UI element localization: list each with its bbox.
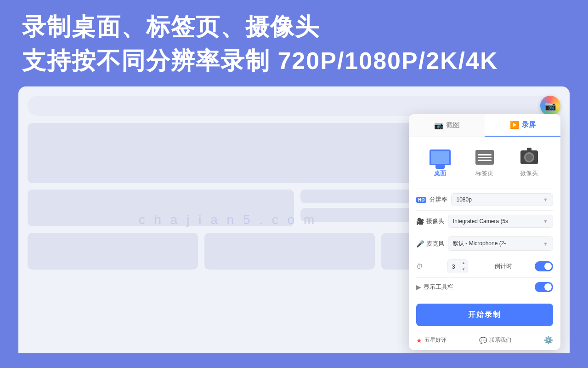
countdown-value: 3 — [448, 263, 459, 270]
countdown-icon: ⏱ — [416, 263, 423, 270]
camera-control: Integrated Camera (5s ▼ — [448, 215, 553, 228]
banner: 录制桌面、标签页、摄像头 支持按不同分辨率录制 720P/1080P/2K/4K — [0, 0, 588, 86]
desktop-icon-wrap — [429, 148, 451, 167]
banner-title2: 支持按不同分辨率录制 720P/1080P/2K/4K — [22, 45, 566, 77]
hd-badge: HD — [416, 197, 426, 203]
spinner-up[interactable]: ▲ — [459, 260, 468, 266]
contact-label: 联系我们 — [489, 336, 511, 344]
tab-line-1 — [478, 154, 492, 155]
mic-select[interactable]: 默认 - Microphone (2- ▼ — [448, 236, 553, 251]
extension-icon[interactable] — [540, 96, 560, 116]
mic-arrow: ▼ — [543, 241, 548, 247]
gear-icon: ⚙️ — [544, 336, 553, 345]
footer-contact[interactable]: 💬 联系我们 — [479, 336, 511, 344]
tab-line-2 — [478, 157, 492, 158]
address-input[interactable] — [35, 102, 553, 109]
settings-area: HD 分辨率 1080p ▼ 🎥 摄像头 Int — [409, 185, 560, 302]
setting-camera-row: 🎥 摄像头 Integrated Camera (5s ▼ — [416, 210, 553, 232]
source-tab-label: 标签页 — [475, 169, 493, 178]
camera-label-icon: 🎥 — [416, 218, 424, 225]
resolution-select[interactable]: 1080p ▼ — [451, 193, 553, 206]
toolbar-icon: ▶ — [416, 283, 421, 291]
tab-record-label: 录屏 — [522, 121, 536, 129]
camera-icon-wrap — [518, 148, 540, 167]
source-camera-label: 摄像头 — [520, 169, 538, 178]
mic-label-icon: 🎤 — [416, 240, 424, 247]
toolbar-label-text: 显示工具栏 — [424, 283, 453, 291]
toolbar-toggle[interactable] — [535, 282, 553, 292]
setting-countdown-row: ⏱ 3 ▲ ▼ 倒计时 — [416, 255, 553, 277]
countdown-toggle[interactable] — [535, 261, 553, 271]
mic-control: 默认 - Microphone (2- ▼ — [448, 236, 553, 251]
screenshot-tab-icon: 📷 — [434, 121, 443, 130]
countdown-label: ⏱ — [416, 263, 444, 270]
record-tab-icon: ▶️ — [510, 121, 519, 129]
resolution-label: HD 分辨率 — [416, 196, 447, 204]
popup-panel: 📷 截图 ▶️ 录屏 桌面 — [409, 114, 560, 350]
main-container: c h a j i a n 5 . c o m 📷 截图 ▶️ 录屏 — [18, 86, 570, 353]
source-camera[interactable]: 摄像头 — [513, 144, 546, 181]
tab-screenshot-label: 截图 — [446, 121, 460, 130]
footer-settings[interactable]: ⚙️ — [544, 336, 553, 345]
resolution-arrow: ▼ — [543, 197, 548, 202]
camera-label-text: 摄像头 — [426, 217, 444, 225]
tab-record[interactable]: ▶️ 录屏 — [485, 114, 560, 137]
setting-resolution-row: HD 分辨率 1080p ▼ — [416, 189, 553, 210]
star-icon: ★ — [416, 337, 422, 344]
content-block-bt2 — [204, 233, 375, 270]
spinner-down[interactable]: ▼ — [459, 266, 468, 273]
content-block-large — [28, 123, 427, 183]
panel-tabs: 📷 截图 ▶️ 录屏 — [409, 114, 560, 137]
countdown-spinners: ▲ ▼ — [459, 260, 468, 273]
tab-line-3 — [478, 160, 492, 161]
countdown-input[interactable]: 3 ▲ ▼ — [447, 259, 468, 273]
source-desktop[interactable]: 桌面 — [424, 144, 457, 181]
content-block-bt1 — [28, 233, 198, 270]
desktop-icon — [430, 150, 451, 165]
source-selector: 桌面 标签页 摄像头 — [409, 137, 560, 185]
camera-value: Integrated Camera (5s — [453, 218, 508, 224]
camera-source-icon — [520, 150, 538, 164]
toolbar-label: ▶ 显示工具栏 — [416, 283, 453, 291]
review-label: 五星好评 — [424, 336, 447, 344]
address-bar — [28, 96, 560, 116]
chat-icon: 💬 — [479, 337, 487, 344]
resolution-label-text: 分辨率 — [430, 196, 447, 204]
start-record-button[interactable]: 开始录制 — [416, 304, 553, 326]
mic-label-text: 麦克风 — [426, 240, 444, 248]
tab-screenshot[interactable]: 📷 截图 — [409, 114, 485, 137]
mic-value: 默认 - Microphone (2- — [453, 240, 506, 247]
footer-review[interactable]: ★ 五星好评 — [416, 336, 447, 344]
countdown-control: 3 ▲ ▼ 倒计时 — [447, 259, 553, 273]
setting-toolbar-row: ▶ 显示工具栏 — [416, 277, 553, 296]
panel-footer: ★ 五星好评 💬 联系我们 ⚙️ — [409, 332, 560, 350]
camera-select[interactable]: Integrated Camera (5s ▼ — [448, 215, 553, 228]
resolution-control: 1080p ▼ — [451, 193, 553, 206]
setting-mic-row: 🎤 麦克风 默认 - Microphone (2- ▼ — [416, 232, 553, 255]
mic-label: 🎤 麦克风 — [416, 240, 444, 248]
source-desktop-label: 桌面 — [434, 169, 446, 178]
resolution-value: 1080p — [456, 196, 471, 203]
desktop-screen — [431, 151, 449, 164]
banner-title1: 录制桌面、标签页、摄像头 — [22, 11, 566, 43]
camera-label: 🎥 摄像头 — [416, 217, 444, 225]
camera-arrow: ▼ — [543, 218, 548, 224]
toolbar-control — [457, 282, 553, 292]
countdown-text: 倒计时 — [494, 262, 512, 270]
tab-icon-wrap — [474, 148, 496, 167]
source-tab[interactable]: 标签页 — [468, 144, 501, 181]
content-block-sm1 — [28, 190, 294, 226]
tab-icon — [475, 150, 494, 165]
